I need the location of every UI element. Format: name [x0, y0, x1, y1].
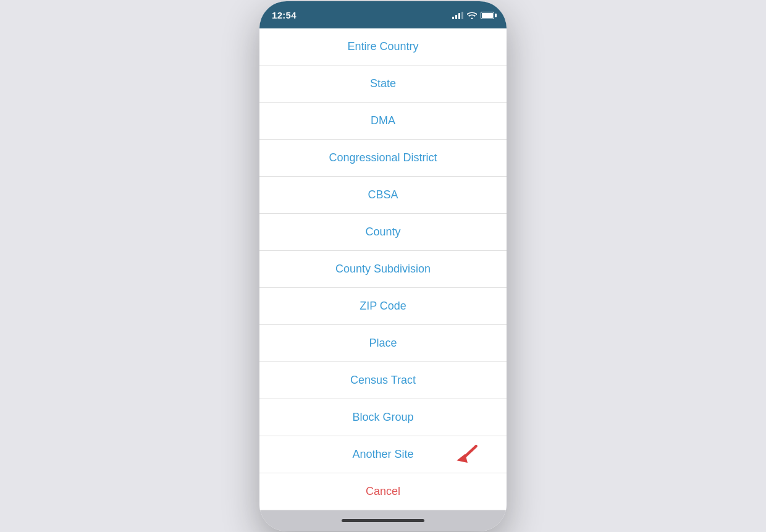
signal-icon [452, 12, 463, 19]
menu-item-census-tract[interactable]: Census Tract [259, 362, 507, 399]
menu-item-label: CBSA [368, 188, 398, 201]
status-bar: 12:54 [259, 1, 507, 28]
wifi-icon [467, 12, 477, 19]
menu-item-another-site[interactable]: Another Site [259, 436, 507, 473]
menu-item-block-group[interactable]: Block Group [259, 399, 507, 436]
status-time: 12:54 [272, 10, 297, 20]
menu-list: Entire Country State DMA Congressional D… [259, 28, 507, 510]
menu-item-label: County [365, 226, 400, 239]
arrow-indicator [451, 441, 482, 468]
menu-item-label: Congressional District [329, 151, 437, 164]
menu-item-label: Census Tract [350, 374, 416, 387]
menu-item-county-subdivision[interactable]: County Subdivision [259, 251, 507, 288]
home-indicator-pill [342, 519, 424, 522]
phone-container: 12:54 Entire Country State DMA [259, 1, 507, 531]
menu-item-cbsa[interactable]: CBSA [259, 177, 507, 214]
menu-item-label: County Subdivision [335, 263, 431, 276]
menu-item-cancel[interactable]: Cancel [259, 473, 507, 510]
menu-item-label: Block Group [352, 411, 413, 424]
menu-item-dma[interactable]: DMA [259, 103, 507, 140]
menu-item-label: State [370, 77, 396, 90]
menu-item-place[interactable]: Place [259, 325, 507, 362]
menu-item-label: Place [369, 337, 397, 350]
red-arrow-icon [451, 441, 482, 465]
menu-item-label: ZIP Code [360, 300, 406, 313]
menu-item-county[interactable]: County [259, 214, 507, 251]
menu-item-congressional-district[interactable]: Congressional District [259, 140, 507, 177]
menu-item-entire-country[interactable]: Entire Country [259, 28, 507, 65]
cancel-label: Cancel [366, 485, 400, 498]
home-indicator-bar [259, 510, 507, 531]
battery-icon [481, 12, 494, 19]
status-icons [452, 12, 494, 19]
menu-item-state[interactable]: State [259, 65, 507, 103]
menu-item-label: Another Site [352, 448, 413, 461]
menu-item-label: Entire Country [347, 40, 418, 53]
menu-item-label: DMA [371, 114, 395, 127]
menu-item-zip-code[interactable]: ZIP Code [259, 288, 507, 325]
